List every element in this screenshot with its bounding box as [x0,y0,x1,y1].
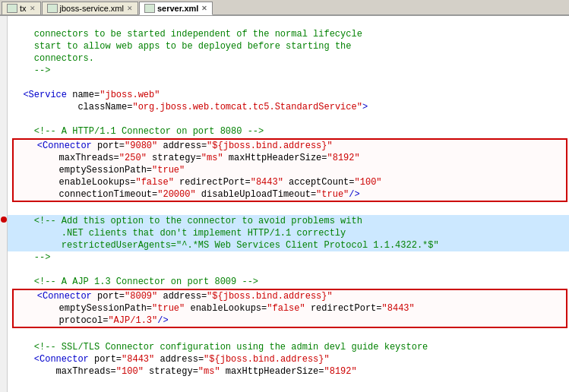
tab-jboss-close[interactable]: ✕ [127,5,133,12]
tab-server-label: server.xml [157,4,198,13]
breakpoint-1[interactable] [1,217,7,223]
code-line-10: <!-- A HTTP/1.1 Connector on port 8080 -… [8,125,569,138]
connector-box-2: <Connector port="8009" address="${jboss.… [12,289,567,328]
code-line-23: <Connector port="8009" address="${jboss.… [15,290,564,302]
code-line-24: emptySessionPath="true" enableLookups="f… [15,302,564,315]
tab-jboss-service[interactable]: jboss-service.xml ✕ [42,2,138,14]
code-line-7: <Service name="jboss.web" [8,89,569,101]
code-area[interactable]: connectors to be started independent of … [8,16,569,392]
code-line-14: enableLookups="false" redirectPort="8443… [15,176,564,188]
code-line-15: connectionTimeout="20000" disableUploadT… [15,188,564,201]
editor-body: connectors to be started independent of … [0,16,569,392]
server-file-icon [144,4,155,13]
code-line-2: connectors to be started independent of … [8,28,569,40]
code-line-29: maxThreads="100" strategy="ms" maxHttpHe… [8,365,569,378]
code-line-16 [8,203,569,215]
code-line-20: --> [8,251,569,264]
breakpoint-margin [0,16,8,392]
tab-jboss-label: jboss-service.xml [60,4,124,13]
tab-server-xml[interactable]: server.xml ✕ [139,2,213,15]
tab-tx-label: tx [20,4,27,13]
code-line-4: connectors. [8,52,569,65]
code-line-18: .NET clients that don't implement HTTP/1… [8,227,569,239]
code-line-13: emptySessionPath="true" [15,164,564,176]
code-line-12: maxThreads="250" strategy="ms" maxHttpHe… [15,152,564,164]
code-line-28: <Connector port="8443" address="${jboss.… [8,353,569,365]
code-line-5: --> [8,65,569,77]
tx-file-icon [7,4,17,13]
code-line-25: protocol="AJP/1.3"/> [15,315,564,327]
code-line-8: className="org.jboss.web.tomcat.tc5.Stan… [8,101,569,113]
tab-tx[interactable]: tx ✕ [2,2,41,14]
code-line-9 [8,113,569,125]
code-line-3: start to allow web apps to be deployed b… [8,40,569,52]
code-line-21 [8,264,569,276]
code-line-1 [8,16,569,28]
tab-server-close[interactable]: ✕ [201,5,207,12]
editor-window: tx ✕ jboss-service.xml ✕ server.xml ✕ [0,0,569,392]
tab-tx-close[interactable]: ✕ [30,5,36,12]
code-line-26 [8,329,569,341]
jboss-file-icon [47,4,58,13]
code-line-11: <Connector port="9080" address="${jboss.… [15,140,564,152]
connector-box-1: <Connector port="9080" address="${jboss.… [12,138,567,202]
code-line-19: restrictedUserAgents="^.*MS Web Services… [8,239,569,251]
code-line-17: <!-- Add this option to the connector to… [8,215,569,227]
tab-bar: tx ✕ jboss-service.xml ✕ server.xml ✕ [0,0,569,16]
code-line-22: <!-- A AJP 1.3 Connector on port 8009 --… [8,276,569,288]
code-line-6 [8,77,569,89]
code-line-27: <!-- SSL/TLS Connector configuration usi… [8,341,569,353]
